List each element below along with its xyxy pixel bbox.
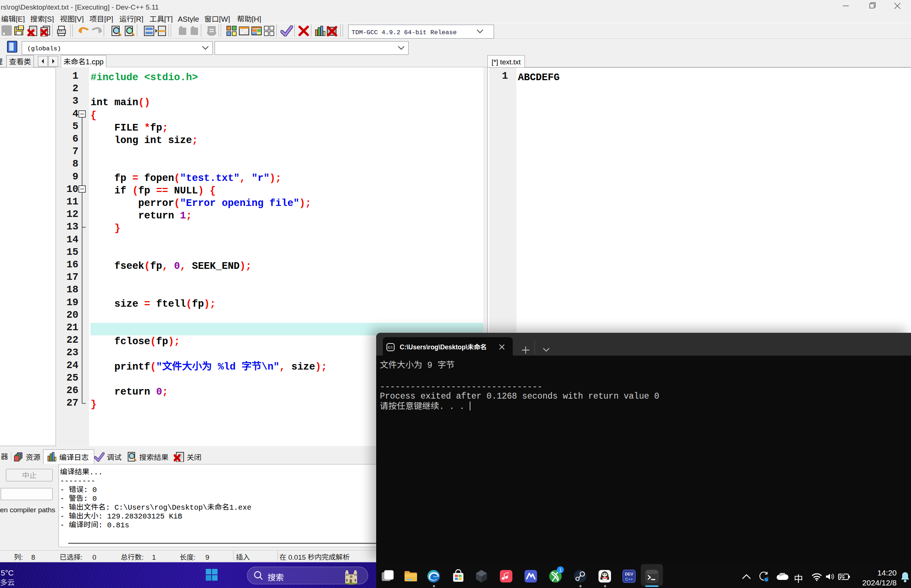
svg-text:DEV: DEV [625,572,634,576]
svg-text:C++: C++ [626,577,633,582]
svg-text:C:\: C:\ [388,346,392,349]
